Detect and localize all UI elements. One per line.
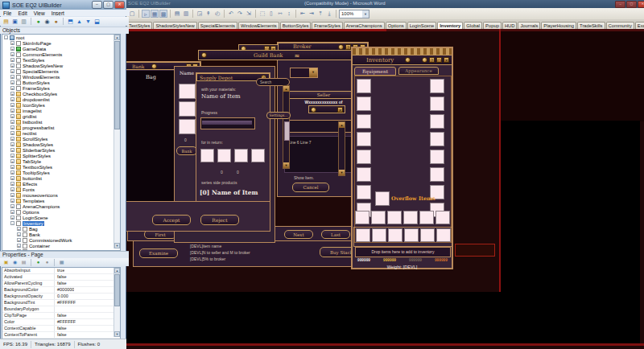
expand-icon[interactable]: + — [10, 170, 14, 174]
tab-equipment[interactable]: Equipment — [354, 67, 396, 76]
last-button[interactable]: Last — [321, 230, 350, 239]
align-bottom-icon[interactable]: ⬓ — [93, 18, 101, 25]
item-slot[interactable] — [357, 132, 371, 146]
tab-tradeskills[interactable]: TradeSkills — [577, 22, 605, 29]
scroll-up-icon[interactable]: ▲ — [283, 86, 289, 92]
tree-scroll-thumb[interactable] — [114, 41, 120, 129]
purchase-scrollbar[interactable]: ▲ ▼ — [338, 121, 345, 176]
tab-community[interactable]: Community — [606, 22, 634, 29]
collapse-icon[interactable]: - — [4, 35, 8, 39]
tab-buttonstyles[interactable]: ButtonStyles — [280, 22, 312, 29]
tree-scroll-up-icon[interactable]: ▲ — [114, 35, 120, 40]
categorize-icon[interactable]: ▦ — [58, 259, 65, 266]
expand-icon[interactable]: + — [10, 165, 14, 169]
remove-property-icon[interactable]: ● — [43, 259, 51, 266]
render-canvas[interactable]: Bank ▢ ✕ Bag Broker ? ▢ ✕ Seller Wxxxxxx… — [125, 29, 644, 349]
undo-icon[interactable]: ↶ — [227, 10, 235, 18]
align-top-icon[interactable]: ⤒ — [316, 10, 324, 18]
tree-item-effects[interactable]: +Effects — [2, 181, 120, 187]
tree-item-fonts[interactable]: +Fonts — [2, 187, 120, 192]
tree-item-progressbarlist[interactable]: +progressbarlist — [2, 125, 120, 130]
item-slot[interactable] — [357, 79, 371, 93]
tree-item-gamedata[interactable]: +GameData — [2, 46, 120, 51]
expand-icon[interactable]: + — [17, 232, 21, 236]
eye-icon[interactable]: ◉ — [11, 259, 19, 266]
item-slot[interactable] — [430, 167, 444, 182]
item-slot[interactable] — [436, 228, 451, 242]
bank-pin-icon[interactable] — [151, 64, 157, 69]
properties-grid[interactable]: AbsorbsInputtrueActivatedfalseAllowParen… — [2, 267, 121, 339]
maximize-icon[interactable]: ▢ — [626, 1, 637, 8]
tree-item-tabstyle[interactable]: +TabStyle — [2, 158, 120, 164]
tree-item-textboxstyles[interactable]: +TextboxStyles — [2, 164, 120, 170]
bounds-icon[interactable]: ▯ — [267, 10, 275, 18]
expand-icon[interactable]: + — [10, 47, 14, 51]
tree-item-tooltipstyles[interactable]: +TooltipStyles — [2, 170, 120, 175]
align-right-icon[interactable]: ⇥ — [308, 10, 316, 18]
purchase-close-icon[interactable]: ✕ — [337, 107, 343, 113]
layers-icon[interactable]: ▥ — [182, 10, 190, 18]
overflow-slot[interactable] — [375, 191, 390, 206]
property-value[interactable]: false — [55, 332, 67, 338]
property-value[interactable]: false — [55, 274, 67, 280]
item-slot[interactable] — [357, 167, 371, 182]
item-slot[interactable] — [179, 119, 196, 134]
expand-icon[interactable]: + — [10, 204, 14, 208]
tree-item-bank[interactable]: +Bank — [2, 232, 120, 237]
property-row-color[interactable]: Color#FFFFFF — [2, 319, 120, 326]
item-slot[interactable] — [403, 211, 418, 224]
menu-edit[interactable]: Edit — [18, 10, 27, 16]
tree-scroll-down-icon[interactable]: ▼ — [114, 243, 120, 248]
menu-file[interactable]: File — [3, 10, 11, 16]
align-bottom-icon[interactable]: ⤓ — [325, 10, 333, 18]
scroll-thumb[interactable] — [284, 121, 290, 141]
item-slot[interactable] — [357, 150, 371, 164]
supply-depot-window[interactable]: Supply Depot ? with your materials: Name… — [196, 72, 270, 216]
item-slot[interactable] — [404, 228, 419, 242]
import-icon[interactable]: ⇲ — [245, 10, 253, 18]
tab-popup[interactable]: Popup — [483, 22, 502, 29]
tab-global[interactable]: Global — [464, 22, 482, 29]
add-icon[interactable]: ● — [35, 18, 42, 25]
tree-item-arenachampions[interactable]: +ArenaChampions — [2, 203, 120, 209]
property-row-contextcapable[interactable]: ContextCapablefalse — [2, 326, 120, 332]
tree-item-container[interactable]: +Container — [2, 243, 120, 248]
property-row-cliptopage[interactable]: ClipToPagefalse — [2, 313, 120, 319]
redo-icon[interactable]: ↷ — [236, 10, 244, 18]
item-slot[interactable] — [200, 149, 214, 162]
scroll-down-icon[interactable]: ▼ — [283, 162, 289, 168]
expand-icon[interactable]: + — [10, 114, 14, 118]
tree-item-commissionedwork[interactable]: +CommissionedWork — [2, 237, 120, 243]
expand-icon[interactable]: + — [10, 103, 14, 107]
property-value[interactable]: #000000 — [55, 287, 74, 293]
tree-item-loginscene[interactable]: +LoginScene — [2, 215, 120, 220]
tree-item-gridlist[interactable]: +gridlist — [2, 113, 120, 119]
rotate-icon[interactable]: ◴ — [213, 10, 221, 18]
expand-icon[interactable]: + — [10, 142, 14, 146]
tree-item-iconstyles[interactable]: +IconStyles — [2, 102, 120, 108]
tree-item-textstyles[interactable]: +TextStyles — [2, 57, 120, 63]
height-icon[interactable]: ↕ — [285, 10, 293, 18]
expand-icon[interactable]: + — [10, 193, 14, 197]
tree-item-framestyles[interactable]: +FrameStyles — [2, 85, 120, 91]
tab-framestyles[interactable]: FrameStyles — [312, 22, 343, 29]
item-slot[interactable] — [234, 149, 248, 162]
tree-item-mouseovericons[interactable]: +mouseovericons — [2, 192, 120, 198]
item-slot[interactable] — [430, 79, 444, 93]
item-slot[interactable] — [251, 149, 265, 162]
property-row-absorbsinput[interactable]: AbsorbsInputtrue — [2, 268, 120, 274]
expand-icon[interactable]: + — [10, 176, 14, 180]
item-slot[interactable] — [430, 150, 444, 164]
tab-playerhousing[interactable]: PlayerHousing — [541, 22, 576, 29]
expand-icon[interactable]: + — [10, 64, 14, 68]
pin-icon[interactable]: ↟ — [204, 10, 213, 18]
save-icon[interactable]: ▣ — [11, 18, 19, 25]
table-icon[interactable]: ▤ — [173, 10, 181, 18]
move-down-icon[interactable]: ▼ — [85, 18, 92, 25]
broker-pin-icon[interactable] — [338, 44, 344, 50]
property-row-boundarypolygon[interactable]: BoundaryPolygon — [2, 306, 120, 313]
build-icon[interactable]: ● — [52, 18, 60, 25]
expand-icon[interactable]: + — [10, 187, 14, 191]
item-slot[interactable] — [420, 228, 435, 242]
collapse-icon[interactable]: - — [10, 221, 14, 225]
